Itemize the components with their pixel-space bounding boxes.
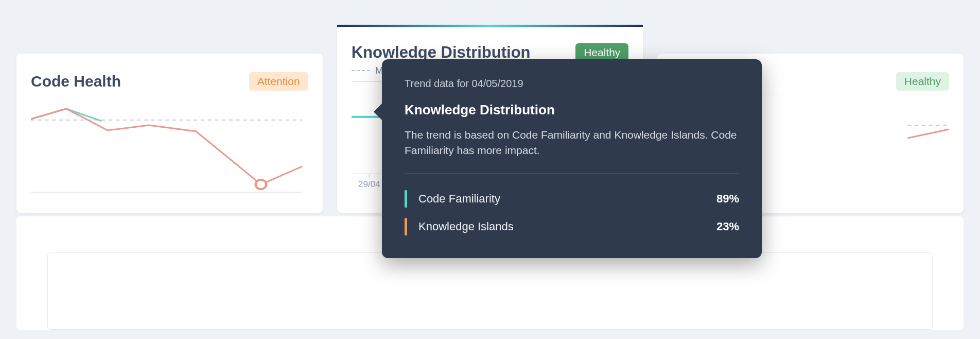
card-title: Code Health: [31, 73, 121, 90]
tooltip-knowledge-distribution: Trend data for 04/05/2019 Knowledge Dist…: [382, 59, 762, 258]
bottom-panel-inner: [47, 252, 933, 330]
status-badge-attention: Attention: [249, 72, 308, 91]
svg-point-1: [256, 180, 267, 189]
x-tick-label: 29/04: [358, 179, 380, 188]
metric-row-knowledge-islands: Knowledge Islands 23%: [405, 213, 739, 241]
chart-code-health: [31, 99, 308, 202]
metric-row-code-familiarity: Code Familiarity 89%: [405, 185, 739, 213]
metric-name: Code Familiarity: [418, 192, 500, 206]
card-header: Code Health Attention: [31, 72, 308, 91]
metric-name: Knowledge Islands: [418, 220, 514, 233]
dash-sample-icon: [352, 70, 370, 71]
status-badge-healthy: Healthy: [896, 72, 949, 91]
card-code-health[interactable]: Code Health Attention: [16, 54, 323, 213]
metric-color-bar: [405, 190, 407, 208]
tooltip-title: Knowledge Distribution: [405, 102, 739, 118]
metric-value: 23%: [716, 220, 739, 233]
tooltip-divider: [405, 173, 739, 174]
metric-value: 89%: [716, 192, 739, 206]
metric-color-bar: [405, 218, 407, 235]
tooltip-description: The trend is based on Code Familiarity a…: [405, 127, 739, 159]
tooltip-date: Trend data for 04/05/2019: [405, 78, 739, 90]
divider: [31, 94, 308, 94]
